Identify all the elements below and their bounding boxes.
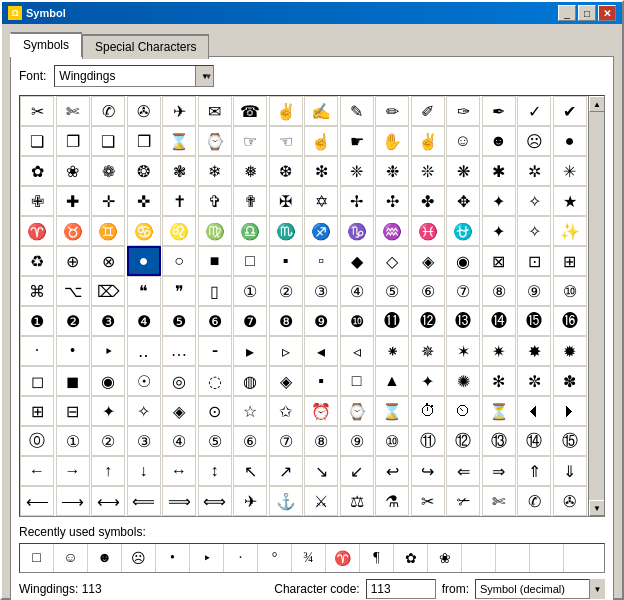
symbol-cell[interactable]: ↔ bbox=[162, 456, 196, 486]
symbol-cell[interactable]: ✚ bbox=[56, 186, 90, 216]
symbol-cell[interactable]: ‣ bbox=[91, 336, 125, 366]
symbol-cell[interactable]: ⏲ bbox=[446, 396, 480, 426]
symbol-cell[interactable]: ▲ bbox=[375, 366, 409, 396]
symbol-cell[interactable]: ❉ bbox=[375, 156, 409, 186]
symbol-cell[interactable]: ◻ bbox=[20, 366, 54, 396]
symbol-cell[interactable]: ⌚ bbox=[340, 396, 374, 426]
symbol-cell[interactable]: ▪ bbox=[269, 246, 303, 276]
symbol-cell[interactable]: ⟶ bbox=[56, 486, 90, 516]
symbol-cell[interactable]: ✑ bbox=[446, 96, 480, 126]
symbol-cell[interactable]: ☆ bbox=[233, 396, 267, 426]
from-select[interactable]: Symbol (decimal) ▼ bbox=[475, 579, 605, 599]
symbol-cell[interactable]: ✠ bbox=[269, 186, 303, 216]
symbol-cell[interactable]: ❝ bbox=[127, 276, 161, 306]
symbol-cell[interactable]: ⌦ bbox=[91, 276, 125, 306]
symbol-cell[interactable]: ✥ bbox=[446, 186, 480, 216]
symbol-cell[interactable]: ❺ bbox=[162, 306, 196, 336]
symbol-cell[interactable]: ▯ bbox=[198, 276, 232, 306]
symbol-cell[interactable]: ✇ bbox=[553, 486, 587, 516]
symbol-cell[interactable]: ⓫ bbox=[375, 306, 409, 336]
symbol-cell[interactable]: ⑥ bbox=[233, 426, 267, 456]
symbol-cell[interactable]: ✂ bbox=[411, 486, 445, 516]
recent-cell[interactable]: ❀ bbox=[428, 544, 462, 572]
symbol-cell[interactable]: ☞ bbox=[233, 126, 267, 156]
symbol-cell[interactable]: ⓬ bbox=[411, 306, 445, 336]
symbol-cell[interactable]: ✃ bbox=[446, 486, 480, 516]
symbol-cell[interactable]: ✢ bbox=[340, 186, 374, 216]
symbol-cell[interactable]: ✦ bbox=[91, 396, 125, 426]
symbol-cell[interactable]: ✿ bbox=[20, 156, 54, 186]
symbol-cell[interactable]: ⑬ bbox=[482, 426, 516, 456]
symbol-cell[interactable]: ✤ bbox=[411, 186, 445, 216]
symbol-cell[interactable]: ⊙ bbox=[198, 396, 232, 426]
symbol-cell[interactable]: ◌ bbox=[198, 366, 232, 396]
symbol-cell[interactable]: ⑪ bbox=[411, 426, 445, 456]
recent-cell[interactable]: ☻ bbox=[88, 544, 122, 572]
symbol-cell[interactable]: ⊕ bbox=[56, 246, 90, 276]
symbol-cell[interactable]: ⌥ bbox=[56, 276, 90, 306]
symbol-cell[interactable]: □ bbox=[340, 366, 374, 396]
symbol-cell[interactable]: ❻ bbox=[198, 306, 232, 336]
symbol-cell[interactable]: ❑ bbox=[91, 126, 125, 156]
symbol-cell[interactable]: ◉ bbox=[446, 246, 480, 276]
symbol-cell[interactable]: ❄ bbox=[198, 156, 232, 186]
symbol-cell[interactable]: … bbox=[162, 336, 196, 366]
scroll-down-button[interactable]: ▼ bbox=[589, 500, 605, 516]
symbol-cell[interactable]: ○ bbox=[162, 246, 196, 276]
symbol-cell[interactable]: ✎ bbox=[340, 96, 374, 126]
symbol-cell[interactable]: ◈ bbox=[269, 366, 303, 396]
symbol-cell[interactable]: ✧ bbox=[517, 216, 551, 246]
symbol-cell[interactable]: □ bbox=[233, 246, 267, 276]
symbol-cell[interactable]: ◈ bbox=[411, 246, 445, 276]
symbol-cell[interactable]: ↩ bbox=[375, 456, 409, 486]
symbol-cell[interactable]: ❶ bbox=[20, 306, 54, 336]
scroll-up-button[interactable]: ▲ bbox=[589, 96, 605, 112]
symbol-cell[interactable]: ✦ bbox=[411, 366, 445, 396]
symbol-cell[interactable]: ⓪ bbox=[20, 426, 54, 456]
symbol-cell[interactable]: ♑ bbox=[340, 216, 374, 246]
symbol-cell[interactable]: ⇒ bbox=[482, 456, 516, 486]
symbol-cell[interactable]: ✳ bbox=[553, 156, 587, 186]
recent-cell[interactable]: ✿ bbox=[394, 544, 428, 572]
symbol-cell[interactable]: ⊗ bbox=[91, 246, 125, 276]
recent-cell[interactable]: ☹ bbox=[122, 544, 156, 572]
symbol-cell[interactable]: ⏳ bbox=[482, 396, 516, 426]
maximize-button[interactable]: □ bbox=[578, 5, 596, 21]
recent-cell[interactable]: ☺ bbox=[54, 544, 88, 572]
symbol-cell[interactable]: ♓ bbox=[411, 216, 445, 246]
symbol-cell[interactable]: ③ bbox=[304, 276, 338, 306]
symbol-cell[interactable]: ❽ bbox=[269, 306, 303, 336]
symbol-cell[interactable]: · bbox=[20, 336, 54, 366]
symbol-cell[interactable]: ✞ bbox=[198, 186, 232, 216]
symbol-cell[interactable]: ✦ bbox=[482, 216, 516, 246]
symbol-cell[interactable]: ♐ bbox=[304, 216, 338, 246]
symbol-cell[interactable]: ✉ bbox=[198, 96, 232, 126]
symbol-cell[interactable]: ◇ bbox=[375, 246, 409, 276]
scroll-track[interactable] bbox=[589, 112, 604, 500]
symbol-cell[interactable]: ♌ bbox=[162, 216, 196, 246]
symbol-cell[interactable]: ◍ bbox=[233, 366, 267, 396]
minimize-button[interactable]: _ bbox=[558, 5, 576, 21]
symbol-cell[interactable]: ♏ bbox=[269, 216, 303, 246]
symbol-cell[interactable]: ♻ bbox=[20, 246, 54, 276]
symbol-cell[interactable]: ✶ bbox=[446, 336, 480, 366]
recent-cell[interactable]: □ bbox=[20, 544, 54, 572]
symbol-cell[interactable]: ❅ bbox=[233, 156, 267, 186]
symbol-cell[interactable]: ⑩ bbox=[375, 426, 409, 456]
symbol-cell[interactable]: ✛ bbox=[91, 186, 125, 216]
symbol-cell[interactable]: ■ bbox=[198, 246, 232, 276]
symbol-cell[interactable]: ❈ bbox=[340, 156, 374, 186]
symbol-cell[interactable]: ✵ bbox=[411, 336, 445, 366]
symbol-cell[interactable]: ⇐ bbox=[446, 456, 480, 486]
symbol-cell[interactable]: ↗ bbox=[269, 456, 303, 486]
symbol-cell[interactable]: ✻ bbox=[482, 366, 516, 396]
symbol-cell[interactable]: ☝ bbox=[304, 126, 338, 156]
symbol-cell[interactable]: ② bbox=[91, 426, 125, 456]
symbol-cell[interactable]: ☻ bbox=[482, 126, 516, 156]
symbol-cell[interactable]: ◆ bbox=[340, 246, 374, 276]
symbol-cell[interactable]: ✋ bbox=[375, 126, 409, 156]
symbol-cell[interactable]: ☺ bbox=[446, 126, 480, 156]
symbol-cell[interactable]: ✨ bbox=[553, 216, 587, 246]
symbol-cell[interactable]: ④ bbox=[340, 276, 374, 306]
symbol-cell[interactable]: ♈ bbox=[20, 216, 54, 246]
